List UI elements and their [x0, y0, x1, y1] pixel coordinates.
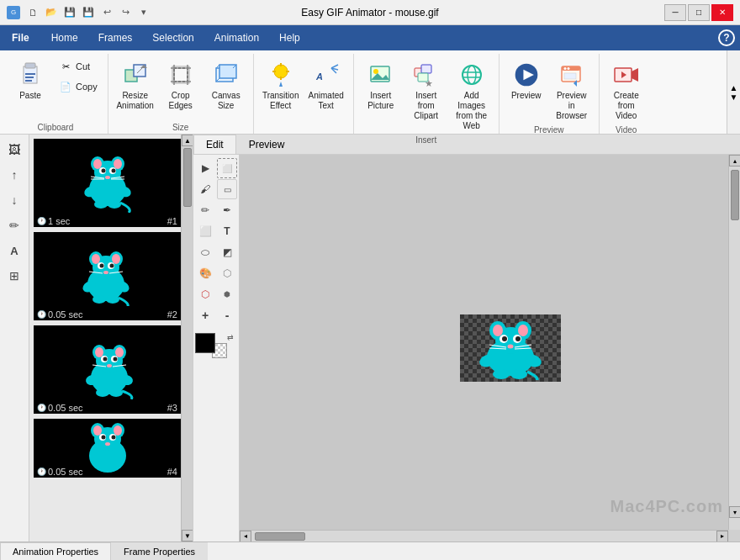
- pen2-tool[interactable]: ✒: [217, 200, 237, 220]
- zoom-in-tool[interactable]: +: [195, 305, 215, 325]
- sidebar-frames-icon[interactable]: 🖼: [3, 138, 26, 161]
- paint-brush-tool[interactable]: 🖌: [195, 179, 215, 199]
- insert-picture-button[interactable]: InsertPicture: [359, 57, 403, 116]
- menu-tab-help[interactable]: Help: [269, 25, 310, 50]
- magic-wand-tool[interactable]: ⬡: [195, 284, 215, 304]
- redo-btn[interactable]: ↪: [118, 5, 133, 20]
- edit-tab[interactable]: Edit: [193, 135, 236, 154]
- frame-item[interactable]: 🕐 0.05 sec #2: [33, 231, 189, 321]
- menu-tab-animation[interactable]: Animation: [204, 25, 269, 50]
- erase-tool[interactable]: ▭: [217, 179, 237, 199]
- maximize-btn[interactable]: □: [688, 4, 710, 21]
- svg-point-79: [99, 263, 103, 267]
- transition-effect-button[interactable]: TransitionEffect: [259, 57, 303, 116]
- color-replace-tool[interactable]: 🎨: [195, 263, 215, 283]
- canvas-size-button[interactable]: CanvasSize: [204, 57, 248, 116]
- v-scroll-thumb[interactable]: [731, 170, 739, 220]
- tool-row: 🎨 ⬡: [195, 263, 237, 283]
- menu-tab-home[interactable]: Home: [41, 25, 88, 50]
- frame-item[interactable]: 🕐 0.05 sec #3: [33, 325, 189, 415]
- frames-scrollbar[interactable]: ▲ ▼: [181, 135, 193, 542]
- dropdown-btn[interactable]: ▾: [136, 5, 151, 20]
- h-scrollbar[interactable]: ◂ ▸: [240, 530, 728, 542]
- svg-point-110: [114, 425, 122, 436]
- transition-label: TransitionEffect: [262, 91, 299, 111]
- file-menu[interactable]: File: [0, 25, 41, 50]
- new-btn[interactable]: 🗋: [25, 5, 40, 20]
- sidebar-edit-icon[interactable]: ✏: [3, 214, 26, 237]
- copy-button[interactable]: 📄 Copy: [54, 77, 103, 96]
- svg-point-92: [95, 347, 103, 357]
- canvas-label: CanvasSize: [212, 91, 240, 111]
- text-tool[interactable]: T: [217, 221, 237, 241]
- preview-tab[interactable]: Preview: [236, 135, 298, 154]
- h-scroll-left[interactable]: ◂: [240, 531, 251, 542]
- svg-rect-4: [25, 80, 32, 82]
- insert-clipart-button[interactable]: ★ Insert fromClipart: [404, 57, 448, 124]
- frame-props-tab[interactable]: Frame Properties: [111, 542, 208, 560]
- sidebar-up-icon[interactable]: ↑: [3, 163, 26, 187]
- h-scroll-thumb[interactable]: [255, 532, 305, 541]
- open-btn[interactable]: 📂: [44, 5, 59, 20]
- crop-edges-button[interactable]: CropEdges: [159, 57, 203, 116]
- canvas-viewport[interactable]: Mac4PC.com ◂ ▸ ▴ ▾: [240, 155, 740, 542]
- frame-info: 🕐 0.05 sec #3: [34, 402, 181, 414]
- undo-btn[interactable]: ↩: [99, 5, 114, 20]
- close-btn[interactable]: ✕: [711, 4, 733, 21]
- sidebar-down-icon[interactable]: ↓: [3, 188, 26, 212]
- cursor-tool[interactable]: ▶: [195, 158, 215, 178]
- copy-label: Copy: [76, 82, 98, 92]
- add-web-button[interactable]: Add Imagesfrom the Web: [450, 57, 494, 134]
- frame-item[interactable]: 🕐 0.05 sec #4: [33, 418, 189, 478]
- paste-icon: [17, 61, 44, 88]
- minimize-btn[interactable]: ─: [664, 4, 686, 21]
- properties-area: Animation Properties Frame Properties Re…: [0, 542, 740, 560]
- frames-scroll[interactable]: 🕐 1 sec #1: [29, 135, 193, 542]
- zoom-out-tool[interactable]: -: [217, 305, 237, 325]
- save2-btn[interactable]: 💾: [81, 5, 96, 20]
- swap-colors[interactable]: ⇄: [227, 333, 234, 341]
- animation-props-tab[interactable]: Animation Properties: [0, 542, 111, 560]
- preview-browser-label: Preview inBrowser: [552, 91, 591, 121]
- h-scroll-right[interactable]: ▸: [716, 531, 728, 542]
- animated-text-button[interactable]: A AnimatedText: [304, 57, 348, 116]
- sidebar-grid-icon[interactable]: ⊞: [3, 264, 26, 288]
- v-scroll-up[interactable]: ▴: [729, 155, 740, 166]
- preview-button[interactable]: Preview: [505, 57, 548, 116]
- frame-item[interactable]: 🕐 1 sec #1: [33, 138, 189, 228]
- save-btn[interactable]: 💾: [62, 5, 77, 20]
- frame-time: 🕐 0.05 sec: [37, 309, 83, 320]
- svg-rect-1: [25, 63, 35, 68]
- select-rect-tool[interactable]: ⬜: [217, 158, 237, 178]
- v-scroll-down[interactable]: ▾: [729, 506, 740, 518]
- help-icon[interactable]: ?: [718, 29, 735, 46]
- ribbon: Paste ✂ Cut 📄 Copy Clipboard: [0, 50, 740, 135]
- create-video-button[interactable]: Createfrom Video: [605, 57, 648, 124]
- menu-tab-frames[interactable]: Frames: [88, 25, 143, 50]
- resize-animation-button[interactable]: ResizeAnimation: [114, 57, 157, 116]
- add-web-label: Add Imagesfrom the Web: [452, 91, 491, 131]
- stamp-tool[interactable]: ⬡: [217, 263, 237, 283]
- crop-label: CropEdges: [169, 91, 193, 111]
- svg-point-93: [115, 347, 124, 357]
- foreground-color[interactable]: [195, 333, 215, 353]
- svg-marker-25: [279, 82, 283, 87]
- svg-point-133: [493, 369, 510, 379]
- clipboard-label: Clipboard: [8, 121, 103, 134]
- preview-browser-button[interactable]: Preview inBrowser: [550, 57, 594, 124]
- ribbon-scroll-btn[interactable]: ▲▼: [727, 50, 740, 134]
- cut-button[interactable]: ✂ Cut: [54, 57, 103, 76]
- menu-tab-selection[interactable]: Selection: [142, 25, 204, 50]
- ellipse-tool[interactable]: ⬭: [195, 242, 215, 262]
- sidebar-text-icon[interactable]: A: [3, 239, 26, 262]
- frame-number: #2: [167, 309, 177, 320]
- rect-tool[interactable]: ⬜: [195, 221, 215, 241]
- clone-tool[interactable]: ⬢: [217, 284, 237, 304]
- frame-info: 🕐 0.05 sec #2: [34, 309, 181, 320]
- paste-button[interactable]: Paste: [8, 57, 52, 116]
- fill-tool[interactable]: ◩: [217, 242, 237, 262]
- svg-rect-2: [25, 73, 35, 75]
- frame-number: #4: [167, 467, 177, 477]
- pen-tool[interactable]: ✏: [195, 200, 215, 220]
- v-scrollbar[interactable]: ▴ ▾: [728, 155, 740, 530]
